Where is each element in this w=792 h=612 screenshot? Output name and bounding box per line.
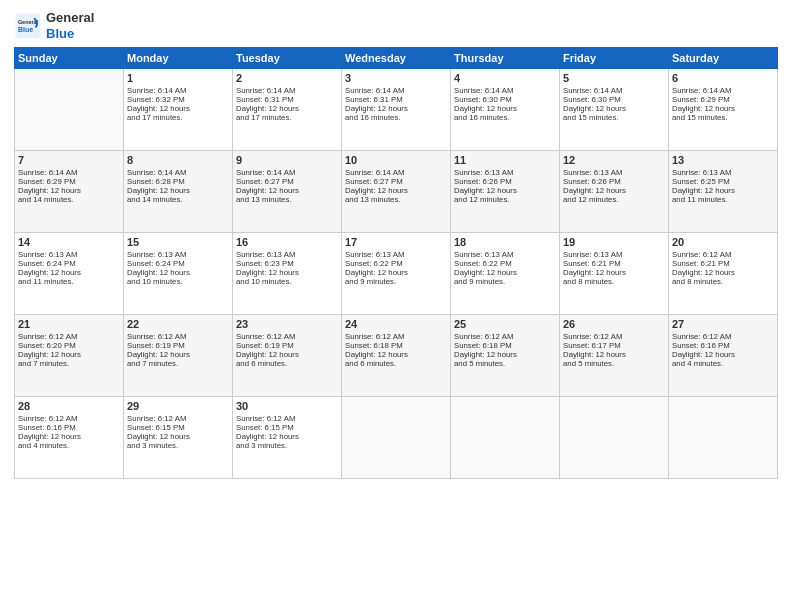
logo-text: General Blue: [46, 10, 94, 41]
calendar-cell: 5Sunrise: 6:14 AMSunset: 6:30 PMDaylight…: [560, 69, 669, 151]
day-info-line: and 16 minutes.: [454, 113, 556, 122]
calendar-cell: 19Sunrise: 6:13 AMSunset: 6:21 PMDayligh…: [560, 233, 669, 315]
day-info-line: Sunrise: 6:12 AM: [127, 332, 229, 341]
day-number: 22: [127, 318, 229, 330]
day-info-line: Sunrise: 6:12 AM: [236, 332, 338, 341]
day-info-line: Daylight: 12 hours: [127, 350, 229, 359]
day-info-line: and 17 minutes.: [236, 113, 338, 122]
day-number: 10: [345, 154, 447, 166]
calendar-body: 1Sunrise: 6:14 AMSunset: 6:32 PMDaylight…: [15, 69, 778, 479]
day-info-line: Daylight: 12 hours: [236, 432, 338, 441]
day-info-line: Sunrise: 6:14 AM: [236, 168, 338, 177]
day-info-line: Sunrise: 6:13 AM: [127, 250, 229, 259]
calendar-week-row: 14Sunrise: 6:13 AMSunset: 6:24 PMDayligh…: [15, 233, 778, 315]
day-info-line: Daylight: 12 hours: [563, 350, 665, 359]
calendar-cell: 3Sunrise: 6:14 AMSunset: 6:31 PMDaylight…: [342, 69, 451, 151]
calendar-cell: 21Sunrise: 6:12 AMSunset: 6:20 PMDayligh…: [15, 315, 124, 397]
calendar-week-row: 28Sunrise: 6:12 AMSunset: 6:16 PMDayligh…: [15, 397, 778, 479]
day-info-line: Sunset: 6:15 PM: [127, 423, 229, 432]
day-info-line: Sunrise: 6:12 AM: [672, 332, 774, 341]
day-info-line: Sunset: 6:18 PM: [345, 341, 447, 350]
calendar-cell: 30Sunrise: 6:12 AMSunset: 6:15 PMDayligh…: [233, 397, 342, 479]
day-number: 25: [454, 318, 556, 330]
day-info-line: Daylight: 12 hours: [127, 186, 229, 195]
day-info-line: Sunrise: 6:14 AM: [672, 86, 774, 95]
day-info-line: Daylight: 12 hours: [236, 186, 338, 195]
day-info-line: Sunset: 6:18 PM: [454, 341, 556, 350]
day-info-line: Daylight: 12 hours: [345, 104, 447, 113]
day-info-line: Daylight: 12 hours: [127, 432, 229, 441]
calendar-cell: 28Sunrise: 6:12 AMSunset: 6:16 PMDayligh…: [15, 397, 124, 479]
calendar-cell: 25Sunrise: 6:12 AMSunset: 6:18 PMDayligh…: [451, 315, 560, 397]
day-info-line: and 5 minutes.: [454, 359, 556, 368]
day-info-line: and 3 minutes.: [127, 441, 229, 450]
day-info-line: and 13 minutes.: [236, 195, 338, 204]
day-info-line: Sunset: 6:16 PM: [672, 341, 774, 350]
day-number: 16: [236, 236, 338, 248]
day-info-line: and 3 minutes.: [236, 441, 338, 450]
day-info-line: Sunrise: 6:14 AM: [127, 168, 229, 177]
day-info-line: Daylight: 12 hours: [454, 350, 556, 359]
calendar-cell: [342, 397, 451, 479]
day-number: 20: [672, 236, 774, 248]
day-number: 17: [345, 236, 447, 248]
day-info-line: Sunset: 6:20 PM: [18, 341, 120, 350]
calendar-cell: [15, 69, 124, 151]
day-info-line: Sunset: 6:28 PM: [127, 177, 229, 186]
day-info-line: Daylight: 12 hours: [454, 186, 556, 195]
day-info-line: Sunrise: 6:12 AM: [563, 332, 665, 341]
calendar-week-row: 7Sunrise: 6:14 AMSunset: 6:29 PMDaylight…: [15, 151, 778, 233]
day-info-line: Daylight: 12 hours: [18, 350, 120, 359]
day-info-line: Sunset: 6:26 PM: [454, 177, 556, 186]
day-info-line: Daylight: 12 hours: [563, 186, 665, 195]
day-number: 21: [18, 318, 120, 330]
day-info-line: and 6 minutes.: [345, 359, 447, 368]
day-info-line: Sunrise: 6:12 AM: [127, 414, 229, 423]
day-number: 3: [345, 72, 447, 84]
day-info-line: Sunset: 6:16 PM: [18, 423, 120, 432]
svg-text:Blue: Blue: [18, 26, 33, 33]
day-info-line: Daylight: 12 hours: [672, 350, 774, 359]
day-info-line: Sunset: 6:29 PM: [18, 177, 120, 186]
calendar-table: SundayMondayTuesdayWednesdayThursdayFrid…: [14, 47, 778, 479]
day-number: 23: [236, 318, 338, 330]
day-info-line: Sunset: 6:27 PM: [345, 177, 447, 186]
day-info-line: Daylight: 12 hours: [127, 268, 229, 277]
calendar-cell: 29Sunrise: 6:12 AMSunset: 6:15 PMDayligh…: [124, 397, 233, 479]
day-info-line: Daylight: 12 hours: [18, 432, 120, 441]
day-info-line: Daylight: 12 hours: [345, 268, 447, 277]
day-info-line: and 10 minutes.: [236, 277, 338, 286]
calendar-cell: 16Sunrise: 6:13 AMSunset: 6:23 PMDayligh…: [233, 233, 342, 315]
day-info-line: Daylight: 12 hours: [236, 350, 338, 359]
day-info-line: Daylight: 12 hours: [672, 104, 774, 113]
day-info-line: Sunrise: 6:13 AM: [454, 168, 556, 177]
day-info-line: Daylight: 12 hours: [454, 268, 556, 277]
day-info-line: Sunrise: 6:14 AM: [563, 86, 665, 95]
day-info-line: Sunset: 6:24 PM: [127, 259, 229, 268]
day-number: 7: [18, 154, 120, 166]
logo: General Blue General Blue: [14, 10, 94, 41]
day-info-line: and 9 minutes.: [454, 277, 556, 286]
day-info-line: Sunrise: 6:13 AM: [18, 250, 120, 259]
day-info-line: Sunset: 6:19 PM: [127, 341, 229, 350]
day-info-line: and 14 minutes.: [127, 195, 229, 204]
day-number: 14: [18, 236, 120, 248]
day-info-line: Daylight: 12 hours: [236, 104, 338, 113]
calendar-cell: 1Sunrise: 6:14 AMSunset: 6:32 PMDaylight…: [124, 69, 233, 151]
logo-icon: General Blue: [14, 12, 42, 40]
day-info-line: Sunset: 6:22 PM: [454, 259, 556, 268]
day-info-line: Sunset: 6:19 PM: [236, 341, 338, 350]
day-info-line: Daylight: 12 hours: [672, 186, 774, 195]
day-info-line: Daylight: 12 hours: [18, 268, 120, 277]
day-info-line: and 4 minutes.: [672, 359, 774, 368]
day-info-line: Sunrise: 6:13 AM: [454, 250, 556, 259]
day-info-line: Sunset: 6:26 PM: [563, 177, 665, 186]
day-info-line: and 12 minutes.: [454, 195, 556, 204]
day-number: 4: [454, 72, 556, 84]
day-info-line: and 15 minutes.: [563, 113, 665, 122]
calendar-cell: 26Sunrise: 6:12 AMSunset: 6:17 PMDayligh…: [560, 315, 669, 397]
day-info-line: Sunrise: 6:14 AM: [127, 86, 229, 95]
calendar-cell: 22Sunrise: 6:12 AMSunset: 6:19 PMDayligh…: [124, 315, 233, 397]
day-info-line: Sunset: 6:31 PM: [345, 95, 447, 104]
calendar-week-row: 1Sunrise: 6:14 AMSunset: 6:32 PMDaylight…: [15, 69, 778, 151]
